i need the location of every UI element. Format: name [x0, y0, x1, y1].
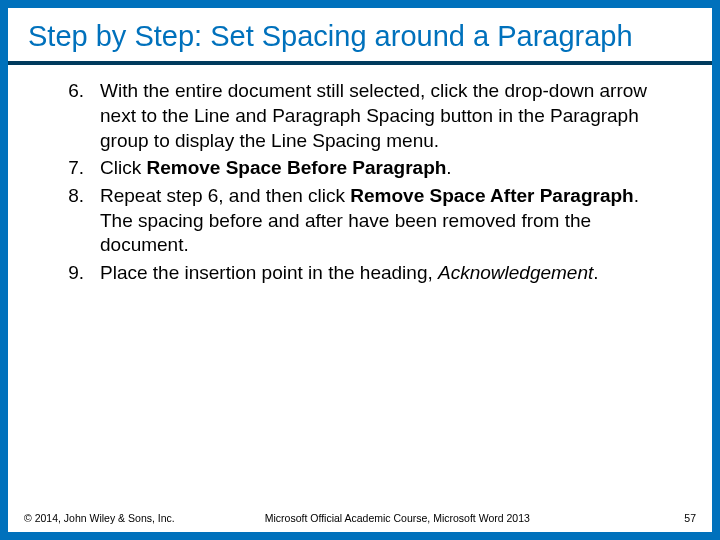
step-text: Repeat step 6, and then click Remove Spa…: [100, 184, 672, 258]
footer-course: Microsoft Official Academic Course, Micr…: [265, 512, 530, 524]
step-item: 9.Place the insertion point in the headi…: [48, 261, 672, 286]
text-run: Place the insertion point in the heading…: [100, 262, 438, 283]
step-item: 8.Repeat step 6, and then click Remove S…: [48, 184, 672, 258]
text-run: With the entire document still selected,…: [100, 80, 647, 150]
step-number: 6.: [48, 79, 100, 153]
footer: © 2014, John Wiley & Sons, Inc. Microsof…: [8, 512, 712, 524]
bold-text: Remove Space After Paragraph: [350, 185, 633, 206]
text-run: Repeat step 6, and then click: [100, 185, 350, 206]
text-run: .: [593, 262, 598, 283]
slide-frame: Step by Step: Set Spacing around a Parag…: [0, 0, 720, 540]
content-area: 6.With the entire document still selecte…: [8, 65, 712, 286]
step-number: 9.: [48, 261, 100, 286]
step-text: With the entire document still selected,…: [100, 79, 672, 153]
step-number: 8.: [48, 184, 100, 258]
text-run: .: [446, 157, 451, 178]
slide-title: Step by Step: Set Spacing around a Parag…: [28, 20, 692, 53]
steps-list: 6.With the entire document still selecte…: [48, 79, 672, 286]
footer-page-number: 57: [684, 512, 696, 524]
step-number: 7.: [48, 156, 100, 181]
step-text: Place the insertion point in the heading…: [100, 261, 672, 286]
text-run: Click: [100, 157, 146, 178]
step-text: Click Remove Space Before Paragraph.: [100, 156, 672, 181]
bold-text: Remove Space Before Paragraph: [146, 157, 446, 178]
step-item: 7.Click Remove Space Before Paragraph.: [48, 156, 672, 181]
italic-text: Acknowledgement: [438, 262, 593, 283]
step-item: 6.With the entire document still selecte…: [48, 79, 672, 153]
footer-copyright: © 2014, John Wiley & Sons, Inc.: [24, 512, 175, 524]
title-block: Step by Step: Set Spacing around a Parag…: [8, 8, 712, 65]
